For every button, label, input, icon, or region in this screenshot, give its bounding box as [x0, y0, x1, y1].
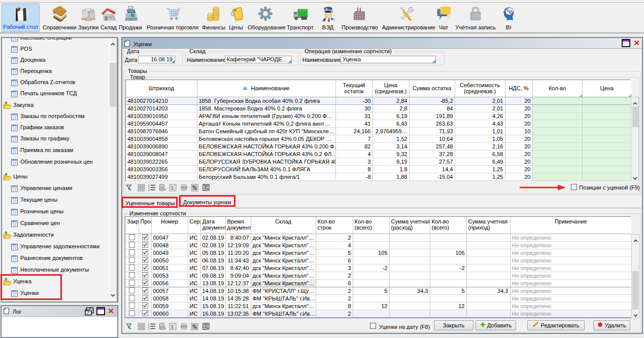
svg-text:Σ: Σ	[171, 324, 174, 329]
svg-text:Σ: Σ	[171, 185, 174, 191]
svg-text:3: 3	[148, 189, 150, 192]
svg-text:3: 3	[148, 328, 150, 330]
